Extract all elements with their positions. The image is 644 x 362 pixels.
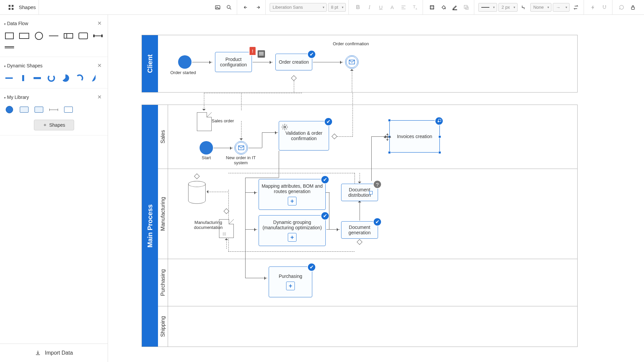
node-doc-generation[interactable]: Document generation ✔ (341, 221, 378, 239)
bold-button[interactable]: B (353, 2, 363, 12)
frame-button[interactable] (427, 2, 437, 12)
message-flow[interactable] (226, 239, 227, 249)
underline-button[interactable]: U (376, 2, 386, 12)
message-flow[interactable] (241, 121, 241, 140)
fill-button[interactable] (438, 2, 448, 12)
shape-rect[interactable] (4, 32, 15, 40)
close-section-button[interactable]: ✕ (95, 19, 104, 27)
node-invoices-creation[interactable]: Invoices creation ✔ (389, 120, 440, 153)
dataobj-sales-order[interactable] (197, 112, 212, 131)
connector[interactable] (245, 178, 279, 178)
pool-main-process[interactable]: Main Process Sales Sales order (142, 105, 578, 347)
connector[interactable] (371, 137, 372, 181)
lane-sales[interactable]: Sales Sales order Start (158, 105, 577, 169)
connector[interactable] (214, 148, 233, 148)
text-color-button[interactable]: A (387, 2, 397, 12)
event-start-sales[interactable] (200, 141, 213, 155)
connection-point[interactable] (369, 191, 373, 194)
action-button[interactable] (588, 2, 598, 12)
lib-connector[interactable] (48, 106, 59, 114)
comment-icon[interactable] (258, 50, 265, 58)
arrow-start-select[interactable]: None (530, 3, 551, 12)
node-purchasing[interactable]: Purchasing + ✔ (269, 266, 312, 297)
shapes-menu-button[interactable] (6, 2, 16, 12)
stroke-color-button[interactable] (450, 2, 460, 12)
line-routing-button[interactable] (519, 2, 529, 12)
message-flow[interactable] (294, 81, 294, 92)
connector[interactable] (360, 202, 360, 221)
message-flow[interactable] (207, 192, 228, 192)
lib-rect-2[interactable] (34, 106, 44, 114)
node-dynamic-grouping[interactable]: Dynamic grouping (manufacturing optimiza… (259, 215, 326, 246)
section-library-header[interactable]: ▾My Library ✕ (4, 91, 104, 104)
shape-style-button[interactable] (461, 2, 471, 12)
font-size-select[interactable]: 8 pt (328, 3, 346, 12)
lane-shipping[interactable]: Shipping (158, 306, 577, 347)
font-family-select[interactable]: Liberation Sans (270, 3, 327, 12)
arrow-end-select[interactable]: → (553, 3, 570, 12)
dyn-bar[interactable] (32, 74, 42, 82)
shape-rounded-rect[interactable] (78, 32, 89, 40)
add-shapes-button[interactable]: ＋ Shapes (34, 120, 74, 130)
event-order-confirmation[interactable] (345, 55, 359, 69)
line-style-select[interactable] (478, 3, 497, 12)
lane-purchasing[interactable]: Purchasing Purchasing + ✔ (158, 259, 577, 306)
italic-button[interactable]: I (364, 2, 374, 12)
section-dataflow-header[interactable]: ▾Data Flow ✕ (4, 17, 104, 31)
line-width-select[interactable]: 2 px (498, 3, 518, 12)
connector[interactable] (262, 132, 278, 133)
connector[interactable] (313, 62, 343, 62)
undo-button[interactable] (241, 2, 251, 12)
event-new-order-it[interactable] (234, 141, 248, 155)
shape-connector[interactable] (93, 32, 103, 40)
message-flow[interactable] (204, 93, 302, 93)
connector[interactable] (262, 132, 262, 148)
connector[interactable] (192, 62, 212, 62)
lib-rect-1[interactable] (19, 106, 30, 114)
shape-header-rect[interactable] (63, 32, 74, 40)
lane-manufacturing[interactable]: Manufacturing ||| (158, 169, 577, 259)
connector[interactable] (326, 229, 340, 230)
dyn-pie[interactable] (60, 74, 70, 82)
dyn-bar-thin[interactable] (4, 74, 14, 82)
insert-image-button[interactable] (213, 2, 223, 12)
warning-badge[interactable]: ! (249, 46, 256, 56)
connector[interactable] (245, 192, 257, 193)
connector[interactable] (249, 148, 262, 148)
refresh-button[interactable] (616, 2, 627, 12)
dyn-wedge[interactable] (89, 74, 99, 82)
shape-circle[interactable] (34, 32, 44, 40)
dyn-chunk[interactable] (18, 74, 28, 82)
event-order-started[interactable] (178, 55, 192, 69)
canvas[interactable]: Client Order started Product configurati… (108, 15, 644, 362)
connector[interactable] (245, 178, 246, 268)
datastore[interactable] (188, 181, 206, 204)
connector[interactable] (245, 229, 257, 230)
shape-rect-wide[interactable] (19, 32, 30, 40)
section-dynamic-header[interactable]: ▾Dynamic Shapes ✕ (4, 60, 104, 73)
message-flow[interactable] (352, 70, 352, 92)
message-flow[interactable] (353, 93, 353, 136)
connector[interactable] (326, 192, 330, 193)
connector[interactable] (329, 192, 329, 229)
dyn-ring[interactable] (46, 74, 56, 82)
search-button[interactable] (224, 2, 234, 12)
node-order-creation[interactable]: Order creation ✔ (275, 54, 312, 70)
connector[interactable] (279, 151, 279, 178)
shape-line[interactable] (48, 32, 59, 40)
text-style-button[interactable]: Tx (410, 2, 420, 12)
align-button[interactable] (398, 2, 409, 12)
node-mapping[interactable]: Mapping attributes, BOM and routes gener… (259, 179, 326, 210)
swap-ends-button[interactable] (571, 2, 581, 12)
node-validation[interactable]: Validation & order confirmation ✔ (279, 121, 329, 150)
import-data-button[interactable]: Import Data (0, 344, 108, 362)
message-flow[interactable] (337, 136, 353, 137)
question-badge[interactable]: ? (373, 180, 382, 189)
node-product-config[interactable]: Product configuration ! (215, 52, 252, 72)
pool-client[interactable]: Client Order started Product configurati… (142, 35, 578, 93)
lock-button[interactable] (628, 2, 638, 12)
message-flow[interactable] (204, 93, 204, 110)
dyn-arc[interactable] (74, 74, 85, 82)
magnet-button[interactable] (599, 2, 609, 12)
lib-rect-3[interactable] (63, 106, 74, 114)
